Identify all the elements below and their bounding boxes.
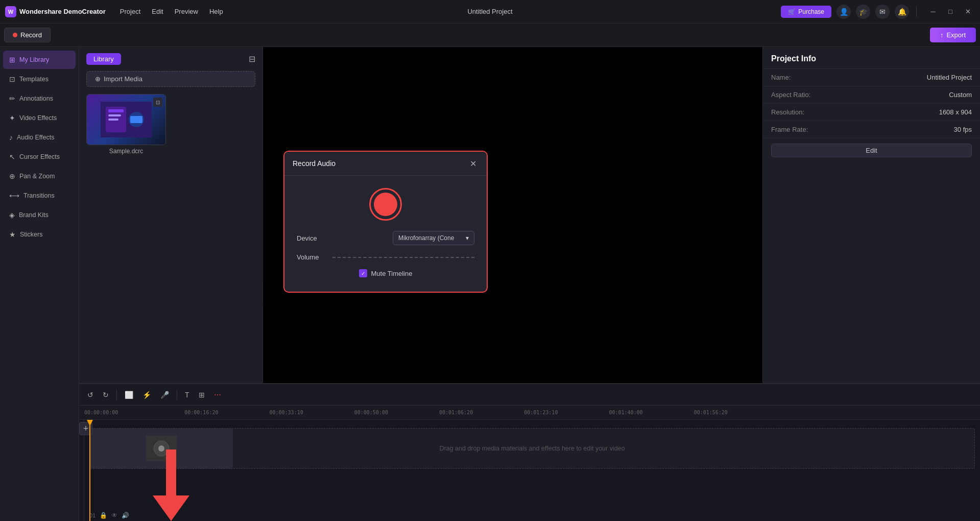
- mute-label: Mute Timeline: [371, 270, 413, 277]
- aspect-value: Custom: [949, 91, 972, 99]
- track-visibility-icon[interactable]: 👁: [111, 512, 117, 519]
- account-button[interactable]: 👤: [836, 5, 851, 19]
- dialog-body: Device Mikrofonarray (Cone ▾ Volume ✓ Mu…: [284, 176, 487, 292]
- ruler-ts-7: 00:01:56:20: [694, 410, 728, 415]
- library-tab[interactable]: Library: [86, 53, 121, 65]
- tl-more-button[interactable]: ⋯: [211, 389, 224, 401]
- notification-button[interactable]: 🔔: [895, 5, 909, 19]
- record-circle-inner: [374, 193, 397, 216]
- sidebar-label-templates: Templates: [19, 76, 49, 83]
- tl-mic-button[interactable]: 🎤: [157, 389, 172, 401]
- topbar-right: 🛒 Purchase 👤 🎓 ✉ 🔔 ─ □ ✕: [781, 5, 975, 19]
- media-item[interactable]: ⊡ Sample.dcrc: [86, 94, 166, 155]
- tl-crop-button[interactable]: ⬜: [122, 389, 136, 401]
- menu-help[interactable]: Help: [204, 6, 228, 17]
- sidebar-item-cursor-effects[interactable]: ↖ Cursor Effects: [3, 148, 76, 166]
- device-dropdown[interactable]: Mikrofonarray (Cone ▾: [393, 231, 474, 245]
- project-info-aspect-row: Aspect Ratio: Custom: [763, 86, 980, 104]
- sidebar-item-my-library[interactable]: ⊞ My Library: [3, 51, 76, 69]
- mute-row: ✓ Mute Timeline: [297, 269, 474, 277]
- education-button[interactable]: 🎓: [856, 5, 870, 19]
- ruler-ts-1: 00:00:16:20: [184, 410, 218, 415]
- edit-project-button[interactable]: Edit: [771, 144, 972, 157]
- menu-edit[interactable]: Edit: [147, 6, 168, 17]
- volume-slider[interactable]: [332, 256, 474, 258]
- sidebar-item-pan-zoom[interactable]: ⊕ Pan & Zoom: [3, 167, 76, 185]
- sidebar-item-audio-effects[interactable]: ♪ Audio Effects: [3, 128, 76, 147]
- volume-label: Volume: [297, 253, 327, 261]
- menu-preview[interactable]: Preview: [170, 6, 203, 17]
- playhead: [89, 420, 90, 521]
- library-content: ⊡ Sample.dcrc: [79, 92, 262, 429]
- sidebar-item-brand-kits[interactable]: ◈ Brand Kits: [3, 206, 76, 224]
- record-button[interactable]: Record: [4, 28, 51, 42]
- record-audio-dialog: Record Audio ✕ Device Mikrofonarray (Con…: [283, 151, 488, 293]
- dialog-title: Record Audio: [293, 159, 336, 168]
- export-label: Export: [946, 31, 966, 39]
- sidebar-item-transitions[interactable]: ⟷ Transitions: [3, 186, 76, 205]
- purchase-label: Purchase: [798, 8, 824, 15]
- tl-text-button[interactable]: T: [182, 389, 193, 401]
- ruler-ts-5: 00:01:23:10: [524, 410, 558, 415]
- mail-button[interactable]: ✉: [875, 5, 890, 19]
- sidebar-label-transitions: Transitions: [23, 192, 55, 199]
- export-button[interactable]: ↑ Export: [930, 28, 976, 42]
- sidebar-label-video-effects: Video Effects: [19, 114, 57, 122]
- tl-sep-1: [116, 390, 117, 400]
- project-info-title: Project Info: [771, 54, 972, 63]
- topbar: W Wondershare DemoCreator Project Edit P…: [0, 0, 980, 23]
- name-label: Name:: [771, 74, 791, 81]
- framerate-value: 30 fps: [954, 126, 972, 133]
- record-circle-button[interactable]: [369, 188, 402, 221]
- right-panel-header: Project Info: [763, 47, 980, 69]
- project-info-name-row: Name: Untitled Project: [763, 69, 980, 86]
- sidebar-label-cursor-effects: Cursor Effects: [19, 153, 60, 160]
- ruler-ts-4: 00:01:06:20: [439, 410, 473, 415]
- maximize-button[interactable]: □: [943, 5, 958, 19]
- app-logo: W Wondershare DemoCreator: [5, 6, 106, 17]
- tl-redo-button[interactable]: ↻: [100, 389, 112, 401]
- media-thumbnail[interactable]: ⊡: [86, 94, 166, 145]
- sidebar-item-video-effects[interactable]: ✦ Video Effects: [3, 109, 76, 127]
- ruler-ts-6: 00:01:40:00: [609, 410, 642, 415]
- import-media-button[interactable]: ⊕ Import Media: [86, 71, 255, 87]
- window-controls: ─ □ ✕: [926, 5, 975, 19]
- track-bottom-controls: 01 🔒 👁 🔊: [89, 512, 129, 519]
- sidebar-item-stickers[interactable]: ★ Stickers: [3, 225, 76, 244]
- device-field-row: Device Mikrofonarray (Cone ▾: [297, 231, 474, 245]
- purchase-button[interactable]: 🛒 Purchase: [781, 6, 831, 18]
- app-logo-icon: W: [5, 6, 16, 17]
- thumbnail-expand-icon[interactable]: ⊡: [153, 98, 162, 107]
- record-label: Record: [20, 31, 42, 39]
- tl-split-button[interactable]: ⚡: [139, 389, 154, 401]
- menu-project[interactable]: Project: [115, 6, 146, 17]
- timeline-toolbar: ↺ ↻ ⬜ ⚡ 🎤 T ⊞ ⋯: [79, 384, 980, 406]
- dialog-titlebar: Record Audio ✕: [284, 152, 487, 176]
- transitions-icon: ⟷: [9, 192, 19, 200]
- filter-icon[interactable]: ⊟: [249, 54, 255, 64]
- mute-checkbox[interactable]: ✓: [359, 269, 367, 277]
- device-value: Mikrofonarray (Cone: [398, 234, 454, 242]
- ruler-ts-0: 00:00:00:00: [84, 410, 118, 415]
- import-label: Import Media: [104, 75, 142, 83]
- resolution-value: 1608 x 904: [939, 108, 972, 116]
- close-button[interactable]: ✕: [961, 5, 975, 19]
- device-chevron-icon: ▾: [466, 234, 469, 242]
- tl-undo-button[interactable]: ↺: [84, 389, 97, 401]
- project-info-resolution-row: Resolution: 1608 x 904: [763, 104, 980, 121]
- sidebar-item-templates[interactable]: ⊡ Templates: [3, 70, 76, 88]
- minimize-button[interactable]: ─: [926, 5, 940, 19]
- timeline-clip[interactable]: [90, 429, 233, 468]
- track-audio-icon[interactable]: 🔊: [122, 512, 129, 519]
- sidebar-label-pan-zoom: Pan & Zoom: [19, 173, 55, 180]
- svg-rect-6: [130, 116, 142, 123]
- media-file-name: Sample.dcrc: [86, 148, 166, 155]
- track-area: Drag and drop media materials and effect…: [84, 420, 980, 521]
- dialog-close-button[interactable]: ✕: [467, 158, 479, 169]
- sidebar-label-audio-effects: Audio Effects: [17, 134, 54, 141]
- ruler-ts-3: 00:00:50:00: [354, 410, 388, 415]
- framerate-label: Frame Rate:: [771, 126, 808, 133]
- sidebar-item-annotations[interactable]: ✏ Annotations: [3, 89, 76, 108]
- track-lock-icon[interactable]: 🔒: [100, 512, 107, 519]
- tl-media-button[interactable]: ⊞: [196, 389, 208, 401]
